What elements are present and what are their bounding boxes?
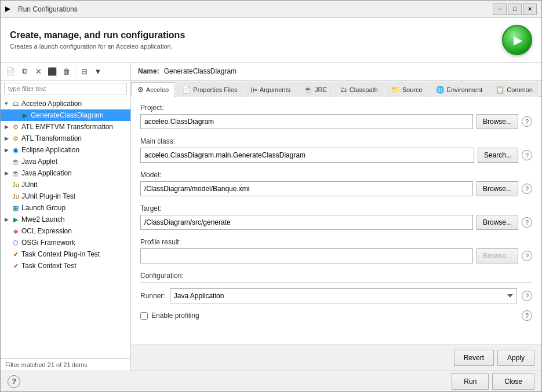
apply-button[interactable]: Apply: [497, 350, 534, 366]
body-section: 📄 ⧉ ✕ ⬛ 🗑 ⊟ ▼ ▼ 🗂: [1, 63, 541, 371]
filter-status: Filter matched 21 of 21 items: [5, 361, 88, 368]
config-panel: Project: Browse... ? Main class:: [131, 97, 541, 345]
expand-icon-eclipse: ▶: [3, 146, 10, 153]
tree-item-osgi[interactable]: ⬡ OSGi Framework: [1, 237, 130, 248]
profile-result-label: Profile result:: [140, 238, 532, 246]
main-class-help-icon[interactable]: ?: [522, 150, 532, 160]
model-input[interactable]: [140, 181, 473, 196]
expand-spacer-ocl: [3, 228, 10, 235]
tab-jre[interactable]: ☕ JRE: [297, 82, 333, 97]
run-icon: [502, 25, 532, 55]
delete-config-button[interactable]: 🗑: [60, 65, 72, 78]
tab-environment[interactable]: 🌐 Environment: [430, 82, 489, 97]
runner-row: Runner: Java Application Eclipse Applica…: [140, 288, 532, 303]
expand-spacer-osgi: [3, 239, 10, 246]
tree-label-acceleo-app: Acceleo Application: [21, 100, 82, 108]
tree-item-launch-group[interactable]: ▦ Launch Group: [1, 202, 130, 214]
collapse-button[interactable]: ⊟: [78, 65, 90, 78]
expand-icon-java: ▶: [3, 170, 10, 177]
config-bottom-bar: Revert Apply: [131, 345, 541, 371]
close-window-button[interactable]: ✕: [523, 3, 537, 15]
profile-result-help-icon[interactable]: ?: [522, 251, 532, 261]
tree-label-java-app: Java Application: [21, 169, 72, 177]
tab-arguments[interactable]: ()= Arguments: [245, 82, 297, 97]
target-field-group: Target: Browse... ?: [140, 204, 532, 230]
common-tab-icon: 📋: [496, 86, 504, 94]
junit-icon: Ju: [11, 180, 20, 189]
maximize-button[interactable]: □: [508, 3, 522, 15]
main-class-input[interactable]: [140, 148, 474, 163]
eclipse-icon: ◉: [11, 145, 20, 155]
filter-button[interactable]: ▼: [92, 65, 104, 78]
tree-item-acceleo-app[interactable]: ▼ 🗂 Acceleo Application: [1, 98, 130, 109]
tab-common-label: Common: [507, 86, 533, 93]
profiling-help-icon[interactable]: ?: [522, 310, 532, 321]
close-button[interactable]: Close: [492, 373, 534, 390]
enable-profiling-checkbox[interactable]: [140, 312, 148, 320]
duplicate-button[interactable]: ⧉: [18, 65, 31, 78]
expand-icon-mwe2: ▶: [3, 216, 10, 223]
project-help-icon[interactable]: ?: [522, 116, 532, 127]
target-help-icon[interactable]: ?: [522, 217, 532, 228]
model-help-icon[interactable]: ?: [522, 184, 532, 194]
environment-tab-icon: 🌐: [436, 86, 445, 94]
tree-item-atl-transform[interactable]: ▶ ⚙ ATL Transformation: [1, 133, 130, 144]
profile-result-browse-button[interactable]: Browse...: [476, 248, 518, 263]
project-browse-button[interactable]: Browse...: [476, 114, 518, 129]
profile-result-input[interactable]: [140, 248, 473, 263]
tree-item-task-plugin[interactable]: ✔ Task Context Plug-in Test: [1, 248, 130, 260]
tree-item-generate-class[interactable]: ▶ GenerateClassDiagram: [1, 109, 130, 121]
atl-emftvm-icon: ⚙: [11, 122, 20, 131]
tree-label-junit: JUnit: [21, 181, 37, 189]
target-input[interactable]: [140, 215, 473, 230]
tree-label-atl-emftvm: ATL EMFTVM Transformation: [21, 123, 113, 131]
arguments-tab-icon: ()=: [251, 87, 257, 93]
osgi-icon: ⬡: [11, 238, 20, 247]
tab-properties[interactable]: 📄 Properties Files: [176, 82, 243, 97]
project-input[interactable]: [140, 114, 473, 129]
jre-tab-icon: ☕: [304, 86, 312, 94]
tree-label-java-applet: Java Applet: [21, 157, 57, 166]
header-subtitle: Creates a launch configuration for an Ac…: [10, 43, 185, 50]
tree-item-java-app[interactable]: ▶ ☕ Java Application: [1, 167, 130, 179]
tab-acceleo[interactable]: ⚙ Acceleo: [131, 82, 175, 97]
tree-item-junit[interactable]: Ju JUnit: [1, 179, 130, 190]
runner-select[interactable]: Java Application Eclipse Application OSG…: [170, 288, 517, 303]
export-button[interactable]: ⬛: [46, 65, 59, 78]
java-app-icon: ☕: [11, 168, 20, 178]
tree-item-mwe2[interactable]: ▶ ▶ Mwe2 Launch: [1, 214, 130, 225]
run-button[interactable]: Run: [452, 373, 489, 390]
runner-help-icon[interactable]: ?: [522, 291, 532, 301]
tab-common[interactable]: 📋 Common: [489, 82, 539, 97]
enable-profiling-label[interactable]: Enable profiling: [151, 312, 199, 320]
minimize-button[interactable]: ─: [493, 3, 507, 15]
profile-result-field-group: Profile result: Browse... ?: [140, 238, 532, 263]
tree-item-java-applet[interactable]: ☕ Java Applet: [1, 156, 130, 167]
tree-label-task-plugin: Task Context Plug-in Test: [21, 250, 100, 258]
tree-label-atl: ATL Transformation: [21, 134, 82, 142]
window-footer: ? Run Close: [1, 371, 541, 391]
footer-help-button[interactable]: ?: [8, 375, 20, 388]
tree-item-task-test[interactable]: ✔ Task Context Test: [1, 260, 130, 272]
name-label: Name:: [138, 67, 159, 75]
tab-acceleo-label: Acceleo: [146, 86, 169, 93]
tree-item-junit-plugin[interactable]: Ju JUnit Plug-in Test: [1, 190, 130, 202]
filter-input[interactable]: [4, 83, 127, 94]
tree-label-task-test: Task Context Test: [21, 262, 77, 270]
revert-button[interactable]: Revert: [454, 350, 494, 366]
delete-button[interactable]: ✕: [32, 65, 45, 78]
project-row: Browse... ?: [140, 114, 532, 129]
tab-classpath[interactable]: 🗂 Classpath: [334, 82, 384, 97]
tab-source[interactable]: 📁 Source: [385, 82, 429, 97]
header-text: Create, manage, and run configurations C…: [10, 30, 185, 50]
tree-item-eclipse[interactable]: ▶ ◉ Eclipse Application: [1, 144, 130, 156]
expand-spacer-task-test: [3, 262, 10, 269]
junit-plugin-icon: Ju: [11, 192, 20, 201]
tree-item-ocl[interactable]: ◆ OCL Expression: [1, 225, 130, 237]
tree-item-atl-emftvm[interactable]: ▶ ⚙ ATL EMFTVM Transformation: [1, 121, 130, 133]
model-browse-button[interactable]: Browse...: [476, 181, 518, 196]
target-browse-button[interactable]: Browse...: [476, 215, 518, 230]
main-class-search-button[interactable]: Search...: [478, 148, 518, 163]
new-config-button[interactable]: 📄: [4, 65, 17, 78]
ocl-icon: ◆: [11, 226, 20, 236]
